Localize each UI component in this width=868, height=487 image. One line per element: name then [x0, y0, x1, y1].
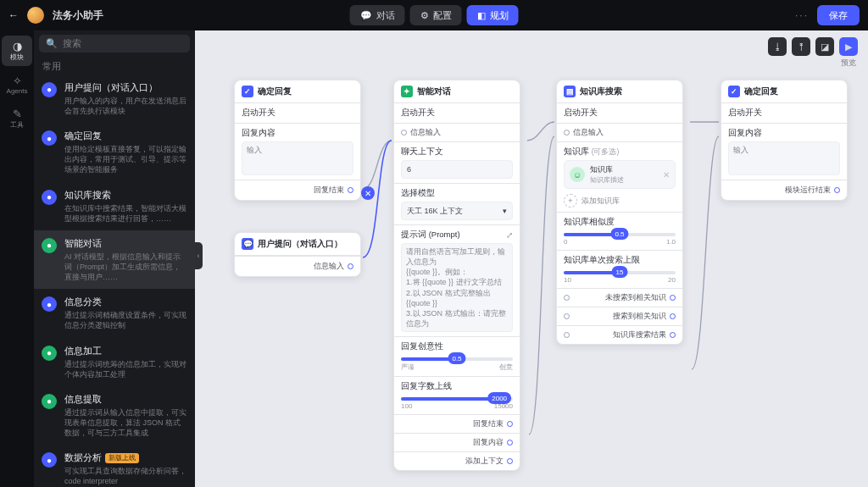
module-desc: 在知识库中搜索结果，智能对话大模型根据搜索结果进行回答，…… [64, 203, 186, 224]
canvas-toolbar: ⭳ ⭱ ◪ ▶ 预览 [768, 37, 858, 56]
node-reply-1-toggle[interactable]: 启动开关 [242, 108, 275, 117]
node-smart-chat-input-port[interactable]: 信息输入 [394, 123, 520, 141]
canvas[interactable]: ⭳ ⭱ ◪ ▶ 预览 ‹ ✕ ✓确定回复 启动开关 回复内容 输入 回复结束 💬… [195, 30, 868, 487]
creativity-value: 0.5 [448, 352, 465, 364]
tab-plan[interactable]: ◧ 规划 [467, 5, 519, 25]
node-kb-search-topk-slider[interactable]: 15 [564, 271, 676, 274]
node-reply-2[interactable]: ✓确定回复 启动开关 回复内容 输入 模块运行结束 [721, 80, 848, 201]
kb-item-desc: 知识库插述 [590, 175, 658, 185]
tools-icon: ✎ [13, 108, 22, 119]
node-reply-1-body-input[interactable]: 输入 [242, 141, 353, 175]
kb-out0: 未搜索到相关知识 [573, 292, 666, 303]
kb-out2: 知识库搜索结果 [573, 329, 666, 340]
node-reply-2-body-input[interactable]: 输入 [728, 141, 840, 175]
node-kb-search-out-2[interactable]: 知识库搜索结果 [557, 325, 682, 344]
module-icon: ● [42, 130, 57, 146]
limit-value: 2000 [487, 392, 511, 404]
strip-modules[interactable]: ◑ 模块 [2, 36, 32, 66]
preview-label: 预览 [841, 58, 856, 69]
module-title: 用户提问（对话入口） [64, 81, 186, 94]
sidebar-item-2[interactable]: ●知识库搜索在知识库中搜索结果，智能对话大模型根据搜索结果进行回答，…… [34, 182, 195, 230]
node-reply-1-body-label: 回复内容 [242, 128, 353, 139]
strip-agents-label: Agents [7, 87, 28, 95]
tab-config[interactable]: ⚙ 配置 [410, 5, 462, 25]
search-placeholder: 搜索 [63, 37, 81, 50]
node-smart-chat-creativity-slider[interactable]: 0.5 [401, 357, 513, 361]
add-kb-button[interactable]: +添加知识库 [564, 194, 676, 208]
delete-edge-button[interactable]: ✕ [361, 186, 375, 200]
module-desc: 通过提示词从输入信息中提取，可实现表单信息提取，算法 JSON 格式数据，可与三… [64, 407, 186, 438]
node-reply-2-out-label: 模块运行结束 [785, 185, 831, 196]
sidebar-collapse-handle[interactable]: ‹ [195, 242, 203, 269]
node-smart-chat-creativity-label: 回复创意性 [401, 341, 513, 352]
node-smart-chat-model-value: 天工 16K 上下文 [407, 206, 463, 217]
sidebar-item-7[interactable]: ●数据分析新版上线可实现工具查询数据存储分析问答，code interprete… [34, 445, 195, 487]
node-kb-search[interactable]: ▤知识库搜索 启动开关 信息输入 知识库 (可多选) ☺ 知识库 知识库插述 ✕… [556, 80, 683, 345]
module-title: 信息提取 [64, 393, 186, 406]
sidebar-item-5[interactable]: ●信息加工通过提示词统筹的信息加工，实现对个体内容加工处理 [34, 338, 195, 386]
strip-agents[interactable]: ✧ Agents [2, 69, 32, 100]
node-smart-chat[interactable]: ✦智能对话 启动开关 信息输入 聊天上下文 6 选择模型 天工 16K 上下文▾… [393, 80, 520, 471]
node-reply-1[interactable]: ✓确定回复 启动开关 回复内容 输入 回复结束 [234, 80, 361, 201]
expand-icon[interactable]: ⤢ [506, 230, 513, 240]
chevron-down-icon: ▾ [503, 207, 507, 215]
node-reply-2-out[interactable]: 模块运行结束 [721, 180, 847, 200]
node-kb-search-sim-slider[interactable]: 0.5 [564, 233, 676, 236]
node-user-input-out[interactable]: 信息输入 [235, 256, 360, 276]
topk-min: 10 [564, 276, 571, 284]
node-smart-chat-limit-slider[interactable]: 2000 [401, 397, 513, 401]
node-kb-search-out-1[interactable]: 搜索到相关知识 [557, 307, 682, 325]
kb-out1: 搜索到相关知识 [573, 311, 666, 322]
node-smart-chat-toggle[interactable]: 启动开关 [401, 108, 435, 117]
save-label: 保存 [829, 9, 848, 22]
kb-item[interactable]: ☺ 知识库 知识库插述 ✕ [564, 160, 676, 189]
config-icon: ⚙ [420, 10, 429, 21]
module-icon: ● [42, 394, 57, 409]
node-smart-chat-model-label: 选择模型 [401, 188, 513, 199]
node-reply-2-toggle[interactable]: 启动开关 [728, 108, 762, 117]
topk-value: 15 [612, 266, 628, 278]
chat-node-icon: ✦ [401, 86, 413, 97]
node-user-input-out-label: 信息输入 [314, 261, 344, 272]
back-button[interactable]: ← [8, 9, 19, 21]
tab-chat[interactable]: 💬 对话 [350, 5, 405, 25]
node-smart-chat-out-2[interactable]: 添加上下文 [394, 451, 520, 470]
node-user-input[interactable]: 💬用户提问（对话入口） 信息输入 [234, 232, 361, 277]
export-button[interactable]: ⭱ [792, 37, 810, 56]
node-kb-search-input-port[interactable]: 信息输入 [557, 123, 682, 141]
sidebar-item-6[interactable]: ●信息提取通过提示词从输入信息中提取，可实现表单信息提取，算法 JSON 格式数… [34, 386, 195, 445]
node-kb-search-topk-label: 知识库单次搜索上限 [564, 255, 676, 266]
sidebar-item-4[interactable]: ●信息分类通过提示词精确度设置条件，可实现信息分类逻辑控制 [34, 289, 195, 337]
node-smart-chat-prompt-input[interactable]: 请用自然语言写加工规则，输入信息为 {{quote }}。例如： 1.将 {{q… [401, 243, 513, 332]
add-kb-label: 添加知识库 [581, 196, 620, 207]
tab-plan-label: 规划 [490, 9, 509, 22]
node-smart-chat-ctx-input[interactable]: 6 [401, 160, 513, 179]
node-smart-chat-out-0[interactable]: 回复结束 [394, 414, 520, 433]
app-logo [27, 7, 44, 24]
node-smart-chat-model-select[interactable]: 天工 16K 上下文▾ [401, 202, 513, 220]
strip-tools[interactable]: ✎ 工具 [2, 103, 32, 134]
module-list[interactable]: ●用户提问（对话入口）用户输入的内容，用户在发送消息后会首先执行该模块●确定回复… [34, 75, 195, 487]
search-input[interactable]: 🔍 搜索 [39, 35, 190, 53]
run-button[interactable]: ▶ [839, 37, 858, 56]
node-smart-chat-out-1[interactable]: 回复内容 [394, 433, 520, 451]
sidebar-item-0[interactable]: ●用户提问（对话入口）用户输入的内容，用户在发送消息后会首先执行该模块 [34, 75, 195, 123]
agents-icon: ✧ [13, 75, 22, 86]
import-button[interactable]: ⭳ [768, 37, 787, 56]
layout-button[interactable]: ◪ [815, 37, 834, 56]
node-kb-search-toggle[interactable]: 启动开关 [564, 108, 598, 117]
node-kb-search-out-0[interactable]: 未搜索到相关知识 [557, 288, 682, 307]
module-icon: ● [42, 346, 57, 361]
sidebar-item-1[interactable]: ●确定回复使用给定模板直接答复，可以指定输出内容，常用于测试、引导、提示等场景的… [34, 123, 195, 181]
sidebar-item-3[interactable]: ●智能对话AI 对话模型，根据信息输入和提示词（Prompt）加工生成所需信息，… [34, 230, 195, 289]
sidebar-section: 常用 [34, 57, 195, 75]
more-button[interactable]: ··· [795, 9, 809, 21]
reply-icon: ✓ [242, 86, 253, 97]
remove-kb-icon[interactable]: ✕ [663, 170, 670, 180]
creativity-max: 创意 [499, 362, 513, 372]
node-reply-1-out[interactable]: 回复结束 [235, 180, 360, 200]
sim-min: 0 [564, 238, 567, 246]
user-icon: 💬 [242, 238, 253, 250]
save-button[interactable]: 保存 [817, 5, 860, 25]
module-desc: 可实现工具查询数据存储分析问答，code interpreter [64, 466, 186, 486]
